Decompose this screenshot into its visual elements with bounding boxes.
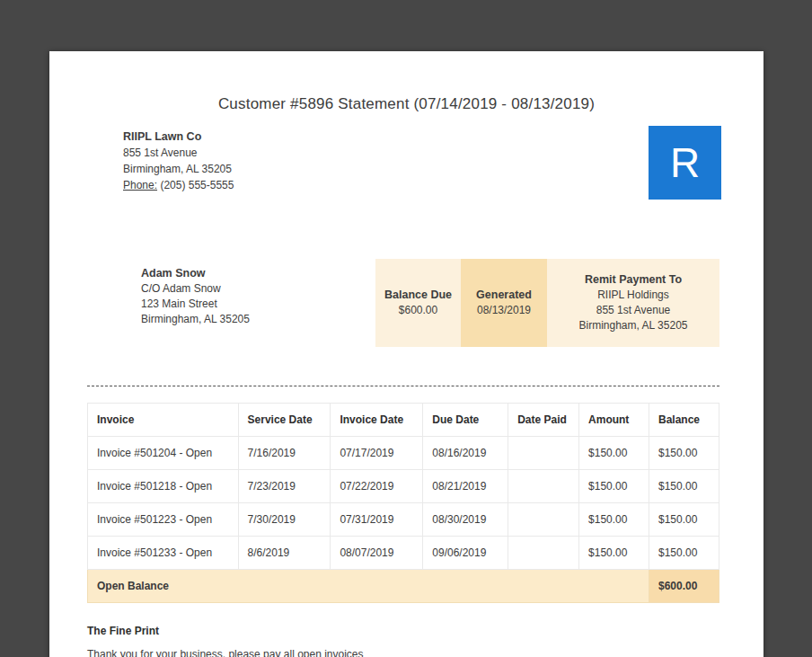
- generated-date: 08/13/2019: [477, 303, 531, 318]
- cell-service-date: 8/6/2019: [238, 537, 331, 570]
- column-header-date-paid: Date Paid: [508, 404, 579, 437]
- fine-print-text: Thank you for your business, please pay …: [87, 648, 364, 657]
- column-header-balance: Balance: [649, 404, 719, 437]
- remit-name: RIIPL Holdings: [597, 288, 669, 303]
- invoice-table: Invoice Service Date Invoice Date Due Da…: [87, 403, 719, 603]
- cell-service-date: 7/23/2019: [238, 470, 331, 503]
- cell-service-date: 7/30/2019: [238, 503, 331, 537]
- open-balance-amount: $600.00: [649, 570, 719, 603]
- company-name: RIIPL Lawn Co: [123, 129, 234, 145]
- remit-address-line2: Birmingham, AL 35205: [579, 318, 688, 333]
- cell-due-date: 09/06/2019: [423, 537, 508, 570]
- column-header-invoice: Invoice: [88, 404, 239, 437]
- column-header-service-date: Service Date: [238, 404, 331, 437]
- cell-invoice-date: 07/17/2019: [331, 437, 423, 470]
- company-phone: Phone: (205) 555-5555: [123, 177, 234, 193]
- phone-label: Phone:: [123, 179, 157, 191]
- phone-number: (205) 555-5555: [160, 179, 234, 191]
- cell-invoice: Invoice #501223 - Open: [88, 503, 239, 537]
- cell-invoice: Invoice #501233 - Open: [88, 537, 239, 570]
- customer-name: Adam Snow: [141, 266, 250, 281]
- cell-date-paid: [508, 537, 579, 570]
- cell-amount: $150.00: [579, 437, 649, 470]
- cell-amount: $150.00: [579, 470, 649, 503]
- company-address-line1: 855 1st Avenue: [123, 145, 234, 161]
- table-row: Invoice #501233 - Open 8/6/2019 08/07/20…: [88, 537, 719, 570]
- balance-due-cell: Balance Due $600.00: [375, 259, 461, 347]
- cell-date-paid: [508, 470, 579, 503]
- cell-date-paid: [508, 437, 579, 470]
- table-header-row: Invoice Service Date Invoice Date Due Da…: [88, 404, 719, 437]
- remit-address-line1: 855 1st Avenue: [596, 303, 671, 318]
- table-row: Invoice #501204 - Open 7/16/2019 07/17/2…: [88, 437, 719, 470]
- cell-amount: $150.00: [579, 537, 649, 570]
- column-header-due-date: Due Date: [423, 404, 508, 437]
- column-header-amount: Amount: [579, 404, 649, 437]
- cell-date-paid: [508, 503, 579, 537]
- company-info: RIIPL Lawn Co 855 1st Avenue Birmingham,…: [123, 129, 234, 193]
- cell-invoice-date: 07/31/2019: [331, 503, 423, 537]
- cell-invoice-date: 07/22/2019: [331, 470, 423, 503]
- logo-letter: R: [670, 138, 700, 187]
- table-row: Invoice #501223 - Open 7/30/2019 07/31/2…: [88, 503, 719, 537]
- customer-address-line2: Birmingham, AL 35205: [141, 312, 250, 327]
- open-balance-row: Open Balance $600.00: [88, 570, 719, 603]
- summary-banner: Balance Due $600.00 Generated 08/13/2019…: [375, 259, 719, 347]
- statement-page: Customer #5896 Statement (07/14/2019 - 0…: [49, 51, 763, 657]
- dashed-divider: [87, 386, 719, 386]
- cell-invoice-date: 08/07/2019: [331, 537, 423, 570]
- cell-balance: $150.00: [649, 503, 719, 537]
- remit-payment-cell: Remit Payment To RIIPL Holdings 855 1st …: [547, 259, 719, 347]
- cell-due-date: 08/16/2019: [423, 437, 508, 470]
- cell-due-date: 08/21/2019: [423, 470, 508, 503]
- cell-amount: $150.00: [579, 503, 649, 537]
- generated-label: Generated: [476, 288, 532, 303]
- cell-invoice: Invoice #501204 - Open: [88, 437, 239, 470]
- statement-title: Customer #5896 Statement (07/14/2019 - 0…: [49, 95, 763, 113]
- remit-heading: Remit Payment To: [585, 272, 682, 288]
- cell-balance: $150.00: [649, 437, 719, 470]
- customer-care-of: C/O Adam Snow: [141, 281, 250, 297]
- company-address-line2: Birmingham, AL 35205: [123, 161, 234, 177]
- balance-due-amount: $600.00: [399, 303, 437, 318]
- balance-due-label: Balance Due: [384, 288, 452, 303]
- customer-info: Adam Snow C/O Adam Snow 123 Main Street …: [141, 266, 250, 327]
- cell-balance: $150.00: [649, 470, 719, 503]
- cell-service-date: 7/16/2019: [238, 437, 331, 470]
- table-row: Invoice #501218 - Open 7/23/2019 07/22/2…: [88, 470, 719, 503]
- company-logo: R: [649, 126, 721, 200]
- column-header-invoice-date: Invoice Date: [331, 404, 423, 437]
- open-balance-label: Open Balance: [88, 570, 649, 603]
- cell-invoice: Invoice #501218 - Open: [88, 470, 239, 503]
- customer-address-line1: 123 Main Street: [141, 297, 250, 312]
- cell-due-date: 08/30/2019: [423, 503, 508, 537]
- cell-balance: $150.00: [649, 537, 719, 570]
- generated-cell: Generated 08/13/2019: [461, 259, 547, 347]
- fine-print-heading: The Fine Print: [87, 625, 159, 637]
